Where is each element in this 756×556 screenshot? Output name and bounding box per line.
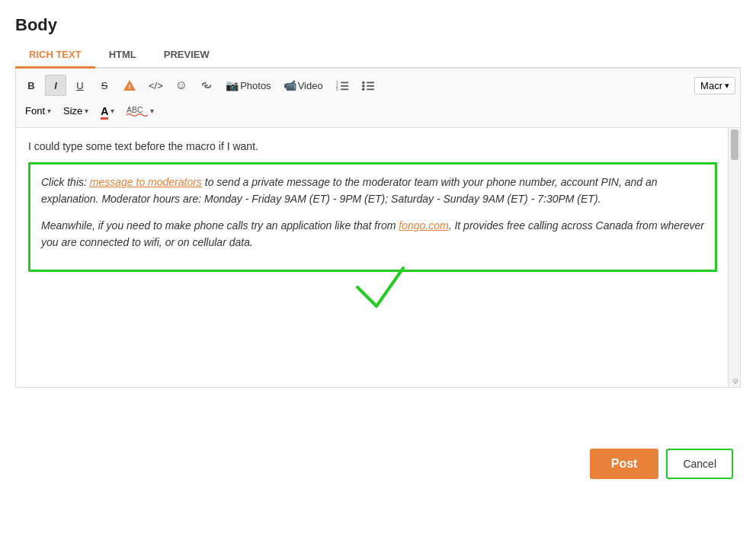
size-caret-icon: ▾ <box>85 107 88 115</box>
unordered-list-icon <box>361 79 375 91</box>
macro-p1-prefix: Click this: <box>41 176 90 188</box>
scrollbar-thumb <box>731 129 738 160</box>
svg-point-12 <box>362 85 365 88</box>
resize-handle[interactable]: ⟱ <box>732 377 738 385</box>
svg-text:3.: 3. <box>336 88 339 91</box>
ordered-list-button[interactable]: 1. 2. 3. <box>331 75 354 96</box>
warning-button[interactable]: ! <box>118 75 141 96</box>
link-icon <box>200 81 213 90</box>
video-label: Video <box>298 80 323 91</box>
macro-box: Click this: message to moderators to sen… <box>28 162 717 272</box>
font-color-caret-icon: ▾ <box>111 107 114 115</box>
spellcheck-dropdown[interactable]: ABC ▾ <box>122 101 159 121</box>
code-button[interactable]: </> <box>144 75 168 96</box>
emoji-button[interactable]: ☺ <box>171 75 192 96</box>
cancel-button[interactable]: Cancel <box>666 449 733 479</box>
svg-point-11 <box>362 81 365 85</box>
macro-p2-prefix: Meanwhile, if you need to make phone cal… <box>41 219 399 232</box>
tab-rich-text[interactable]: RICH TEXT <box>15 43 95 69</box>
font-label: Font <box>25 105 45 117</box>
tabs-bar: RICH TEXT HTML PREVIEW <box>15 43 741 69</box>
video-icon: 📹 <box>284 79 296 91</box>
post-button[interactable]: Post <box>590 449 659 479</box>
page-title: Body <box>15 15 741 35</box>
tab-html[interactable]: HTML <box>95 43 150 69</box>
tab-preview[interactable]: PREVIEW <box>150 43 223 69</box>
size-dropdown[interactable]: Size ▾ <box>59 103 93 119</box>
editor-area[interactable]: I could type some text before the macro … <box>16 128 740 387</box>
editor-area-wrapper: I could type some text before the macro … <box>15 128 741 388</box>
font-color-icon: A <box>101 105 108 117</box>
macro-link-fongo[interactable]: fongo.com <box>399 219 448 232</box>
italic-button[interactable]: I <box>45 75 66 96</box>
font-caret-icon: ▾ <box>47 107 51 115</box>
checkmark-svg <box>350 264 411 310</box>
font-color-dropdown[interactable]: A ▾ <box>96 103 119 120</box>
editor-scrollbar[interactable] <box>728 128 740 387</box>
link-button[interactable] <box>195 75 218 96</box>
svg-text:!: ! <box>129 83 131 91</box>
warning-icon: ! <box>123 78 136 92</box>
unordered-list-button[interactable] <box>357 75 380 96</box>
camera-icon: 📷 <box>226 79 239 91</box>
font-dropdown[interactable]: Font ▾ <box>21 103 56 119</box>
toolbar: B I U S ! </> ☺ 📷 Photos <box>15 69 741 128</box>
spellcheck-icon: ABC <box>127 103 148 119</box>
macros-dropdown[interactable]: Macr ▾ <box>694 77 735 94</box>
underline-button[interactable]: U <box>69 75 91 96</box>
spellcheck-svg: ABC <box>127 103 148 117</box>
font-color-a: A <box>101 105 108 120</box>
macros-caret-icon: ▾ <box>725 81 729 91</box>
size-label: Size <box>63 105 82 117</box>
macro-paragraph-2: Meanwhile, if you need to make phone cal… <box>41 217 704 251</box>
macro-link-moderators[interactable]: message to moderators <box>90 176 202 188</box>
buttons-row: Post Cancel <box>15 449 741 479</box>
photos-label: Photos <box>240 80 271 91</box>
spellcheck-caret-icon: ▾ <box>150 107 154 115</box>
strikethrough-button[interactable]: S <box>94 75 115 96</box>
pre-macro-text: I could type some text before the macro … <box>28 139 717 155</box>
video-button[interactable]: 📹 Video <box>279 75 328 96</box>
macro-paragraph-1: Click this: message to moderators to sen… <box>41 174 704 208</box>
toolbar-row-2: Font ▾ Size ▾ A ▾ ABC <box>21 99 735 121</box>
ordered-list-icon: 1. 2. 3. <box>335 79 349 91</box>
page-body: Body RICH TEXT HTML PREVIEW B I U S ! </… <box>15 15 741 479</box>
photos-button[interactable]: 📷 Photos <box>221 75 275 96</box>
macros-label: Macr <box>700 80 722 91</box>
svg-text:ABC: ABC <box>127 105 143 114</box>
checkmark-annotation <box>350 264 411 315</box>
toolbar-row-1: B I U S ! </> ☺ 📷 Photos <box>21 75 735 96</box>
bold-button[interactable]: B <box>21 75 42 96</box>
svg-point-13 <box>362 88 365 91</box>
